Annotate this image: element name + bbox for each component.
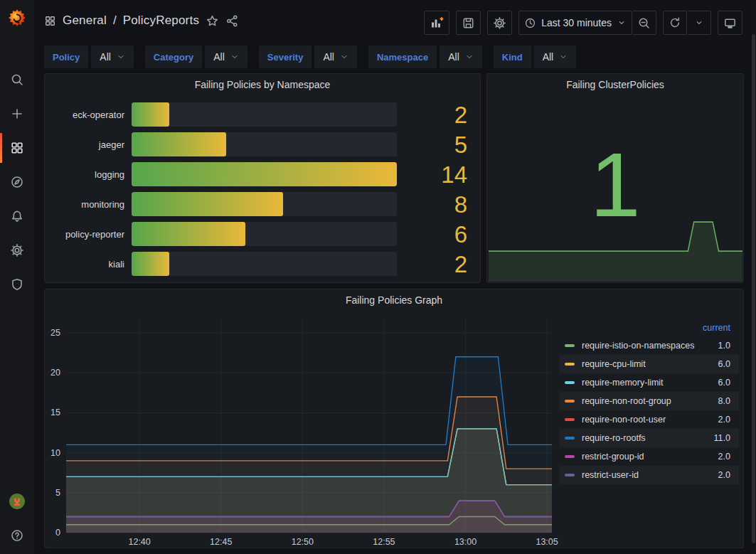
refresh-controls bbox=[663, 11, 711, 35]
legend-swatch[interactable] bbox=[565, 455, 575, 458]
chevron-down-icon bbox=[465, 53, 474, 61]
clock-icon bbox=[524, 17, 536, 29]
legend-row: require-cpu-limit6.0 bbox=[560, 355, 739, 373]
svg-text:10: 10 bbox=[50, 448, 60, 458]
filter-severity: Severity All bbox=[259, 46, 357, 68]
legend-current-value: 1.0 bbox=[718, 341, 730, 351]
user-avatar bbox=[9, 493, 26, 510]
grafana-logo[interactable] bbox=[0, 6, 34, 31]
sidebar-item-create[interactable] bbox=[0, 97, 34, 131]
sidebar-item-server-admin[interactable] bbox=[0, 267, 34, 302]
save-dashboard-button[interactable] bbox=[456, 11, 481, 35]
chevron-down-icon bbox=[230, 53, 239, 61]
bar-track bbox=[132, 192, 397, 216]
share-icon bbox=[225, 14, 239, 28]
legend-series-label[interactable]: require-non-root-group bbox=[582, 396, 718, 406]
sidebar-item-alerting[interactable] bbox=[0, 199, 34, 233]
star-dashboard-button[interactable] bbox=[206, 14, 219, 28]
bar-gauge-row: eck-operator2 bbox=[56, 102, 474, 127]
legend-series-label[interactable]: require-istio-on-namespaces bbox=[582, 341, 718, 351]
chevron-down-icon bbox=[117, 53, 125, 61]
dashboard-settings-button[interactable] bbox=[487, 11, 512, 35]
zoom-out-button[interactable] bbox=[632, 11, 656, 35]
bar-fill bbox=[132, 192, 283, 216]
svg-text:15: 15 bbox=[50, 407, 60, 417]
legend-swatch[interactable] bbox=[565, 474, 575, 476]
panel-title[interactable]: Failing ClusterPolicies bbox=[487, 79, 743, 90]
grafana-logo-icon bbox=[6, 8, 28, 29]
filter-severity-value[interactable]: All bbox=[314, 46, 357, 68]
legend-current-value: 2.0 bbox=[718, 470, 730, 480]
filter-value-text: All bbox=[448, 51, 459, 63]
filter-kind-value[interactable]: All bbox=[534, 46, 577, 68]
legend-swatch[interactable] bbox=[565, 400, 575, 403]
svg-text:20: 20 bbox=[50, 368, 60, 378]
legend-swatch[interactable] bbox=[565, 344, 575, 347]
legend-swatch[interactable] bbox=[565, 418, 575, 421]
filter-value-text: All bbox=[213, 51, 225, 63]
shield-icon bbox=[10, 277, 24, 292]
legend-series-label[interactable]: require-memory-limit bbox=[582, 378, 718, 388]
legend-header-current[interactable]: current bbox=[560, 321, 739, 336]
graph-canvas[interactable]: 12:4012:4512:5012:5513:0013:050510152025 bbox=[50, 319, 563, 548]
breadcrumb-section[interactable]: General bbox=[63, 14, 107, 28]
bar-value: 2 bbox=[397, 103, 474, 127]
panel-failing-policies-graph: Failing Policies Graph 12:4012:4512:5012… bbox=[44, 289, 744, 548]
svg-text:25: 25 bbox=[50, 328, 60, 338]
sidebar-item-explore[interactable] bbox=[0, 165, 34, 199]
legend-series-label[interactable]: require-cpu-limit bbox=[582, 359, 718, 369]
svg-text:0: 0 bbox=[55, 528, 60, 538]
gear-icon bbox=[493, 16, 506, 30]
refresh-icon bbox=[669, 16, 681, 29]
legend-swatch[interactable] bbox=[565, 381, 575, 384]
bar-gauge-row: monitoring8 bbox=[56, 192, 474, 216]
bar-label: jaeger bbox=[56, 139, 132, 150]
legend-series-label[interactable]: restrict-user-id bbox=[582, 470, 718, 480]
breadcrumb: General / PolicyReports bbox=[44, 11, 239, 31]
time-controls: Last 30 minutes bbox=[518, 11, 656, 35]
filter-category-value[interactable]: All bbox=[205, 46, 247, 68]
sidebar-item-dashboards[interactable] bbox=[0, 131, 34, 165]
chevron-down-icon bbox=[694, 18, 704, 28]
template-variables: Policy All Category All Severity All Nam… bbox=[44, 46, 576, 68]
bar-label: policy-reporter bbox=[56, 229, 132, 240]
legend-swatch[interactable] bbox=[565, 363, 575, 366]
bar-fill bbox=[132, 102, 169, 127]
tv-icon bbox=[723, 16, 737, 30]
share-dashboard-button[interactable] bbox=[225, 14, 239, 28]
refresh-interval-button[interactable] bbox=[687, 11, 711, 35]
chevron-down-icon bbox=[559, 53, 568, 61]
page-scrollbar bbox=[751, 0, 756, 554]
filter-category-label: Category bbox=[145, 46, 202, 68]
time-range-picker[interactable]: Last 30 minutes bbox=[518, 11, 632, 35]
legend-series-label[interactable]: require-ro-rootfs bbox=[582, 433, 714, 443]
legend-series-label[interactable]: restrict-group-id bbox=[582, 452, 718, 462]
bar-label: monitoring bbox=[56, 199, 132, 210]
add-panel-button[interactable] bbox=[424, 11, 449, 35]
bar-gauge-row: jaeger5 bbox=[56, 132, 474, 156]
sidebar-item-profile[interactable] bbox=[0, 484, 34, 518]
legend-current-value: 2.0 bbox=[718, 415, 730, 425]
bar-gauge: eck-operator2jaeger5logging14monitoring8… bbox=[56, 102, 474, 276]
bar-gauge-row: policy-reporter6 bbox=[56, 222, 474, 246]
svg-text:5: 5 bbox=[55, 488, 60, 498]
filter-namespace-value[interactable]: All bbox=[440, 46, 482, 68]
sidebar-item-help[interactable] bbox=[0, 518, 34, 553]
legend-series-label[interactable]: require-non-root-user bbox=[582, 415, 718, 425]
sidebar-item-search[interactable] bbox=[0, 63, 34, 97]
svg-text:12:55: 12:55 bbox=[373, 537, 395, 547]
star-icon bbox=[206, 14, 219, 28]
refresh-button[interactable] bbox=[663, 11, 687, 35]
legend-swatch[interactable] bbox=[565, 437, 575, 440]
bar-fill bbox=[132, 252, 169, 276]
panel-title[interactable]: Failing Policies by Namespace bbox=[45, 79, 480, 90]
filter-policy: Policy All bbox=[44, 46, 134, 68]
breadcrumb-separator: / bbox=[113, 14, 117, 28]
panel-failing-clusterpolicies: Failing ClusterPolicies 1 bbox=[486, 73, 744, 283]
panel-title[interactable]: Failing Policies Graph bbox=[45, 294, 743, 306]
scrollbar-thumb[interactable] bbox=[752, 34, 755, 543]
sidebar-item-configuration[interactable] bbox=[0, 233, 34, 267]
filter-policy-value[interactable]: All bbox=[91, 46, 134, 68]
legend-row: require-non-root-group8.0 bbox=[560, 392, 739, 410]
cycle-view-mode-button[interactable] bbox=[718, 11, 742, 35]
